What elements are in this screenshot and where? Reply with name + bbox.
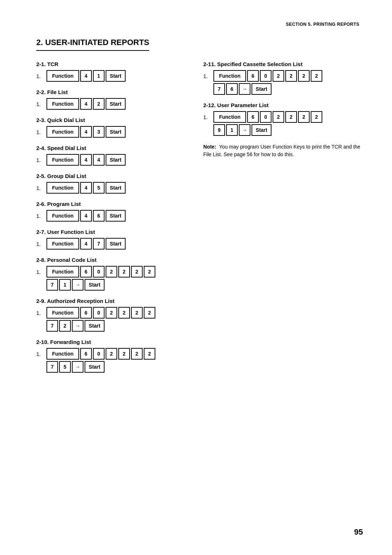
note-text: You may program User Function Keys to pr… xyxy=(203,144,360,157)
key-2b: 2 xyxy=(285,111,297,123)
step-num: 1. xyxy=(36,241,44,247)
step-num: 1. xyxy=(36,269,44,275)
key-7: 7 xyxy=(46,361,58,373)
start-key: Start xyxy=(85,279,105,291)
key-1: 1 xyxy=(59,279,71,291)
key-1: 1 xyxy=(93,70,105,82)
subsection-2-2: 2-2. File List 1. Function 4 2 Start xyxy=(36,89,189,110)
subsection-title-2-4: 2-4. Speed Dial List xyxy=(36,145,189,151)
step-row: 1. Function 4 5 Start xyxy=(36,182,189,194)
function-key: Function xyxy=(46,348,79,360)
key-2b: 2 xyxy=(285,70,297,82)
key-4: 4 xyxy=(80,210,92,222)
function-key: Function xyxy=(46,154,79,166)
function-key: Function xyxy=(213,70,246,82)
key-2b: 2 xyxy=(118,348,130,360)
subsection-title-2-3: 2-3. Quick Dial List xyxy=(36,117,189,123)
start-key: Start xyxy=(106,238,126,250)
step-num: 1. xyxy=(36,101,44,107)
function-key: Function xyxy=(46,182,79,194)
start-key: Start xyxy=(106,210,126,222)
key-5: 5 xyxy=(59,361,71,373)
section-header: SECTION 5. PRINTING REPORTS xyxy=(36,22,363,27)
function-key: Function xyxy=(46,70,79,82)
arrow-key: → xyxy=(72,361,83,373)
key-2: 2 xyxy=(59,320,71,332)
key-4: 4 xyxy=(80,182,92,194)
function-key: Function xyxy=(46,210,79,222)
key-2c: 2 xyxy=(131,348,143,360)
step-row: 1. Function 6 0 2 2 2 2 xyxy=(203,111,363,123)
start-key: Start xyxy=(106,98,126,110)
step-row: 1. Function 4 7 Start xyxy=(36,238,189,250)
subsection-2-6: 2-6. Program List 1. Function 4 6 Start xyxy=(36,201,189,222)
arrow-key: → xyxy=(72,279,83,291)
key-0: 0 xyxy=(260,111,271,123)
key-6: 6 xyxy=(80,266,92,278)
key-4: 4 xyxy=(80,98,92,110)
key-4: 4 xyxy=(80,154,92,166)
subsection-2-4: 2-4. Speed Dial List 1. Function 4 4 Sta… xyxy=(36,145,189,166)
subsection-title-2-5: 2-5. Group Dial List xyxy=(36,173,189,179)
key-2d: 2 xyxy=(144,266,155,278)
start-key: Start xyxy=(252,83,271,95)
key-2a: 2 xyxy=(106,307,117,319)
key-4b: 4 xyxy=(93,154,105,166)
function-key: Function xyxy=(213,111,246,123)
start-key: Start xyxy=(106,70,126,82)
key-2c: 2 xyxy=(131,307,143,319)
subsection-title-2-6: 2-6. Program List xyxy=(36,201,189,207)
start-key: Start xyxy=(106,154,126,166)
arrow-key: → xyxy=(239,124,250,136)
page-number: 95 xyxy=(354,527,363,537)
step-row: 1. Function 4 2 Start xyxy=(36,98,189,110)
subsection-title-2-11: 2-11. Specified Cassette Selection List xyxy=(203,61,363,67)
start-key: Start xyxy=(252,124,271,136)
start-key: Start xyxy=(106,182,126,194)
key-5: 5 xyxy=(93,182,105,194)
step-row: 1. Function 6 0 2 2 2 2 xyxy=(203,70,363,82)
step-row-line2: 7 2 → Start xyxy=(46,320,189,332)
key-6: 6 xyxy=(93,210,105,222)
subsection-2-8: 2-8. Personal Code List 1. Function 6 0 … xyxy=(36,257,189,291)
subsection-2-9: 2-9. Authorized Reception List 1. Functi… xyxy=(36,298,189,332)
left-column: 2-1. TCR 1. Function 4 1 Start 2-2. File… xyxy=(36,61,200,380)
subsection-title-2-7: 2-7. User Function List xyxy=(36,229,189,235)
subsection-2-11: 2-11. Specified Cassette Selection List … xyxy=(203,61,363,95)
key-2c: 2 xyxy=(298,70,310,82)
start-key: Start xyxy=(106,126,126,138)
subsection-2-12: 2-12. User Parameter List 1. Function 6 … xyxy=(203,102,363,136)
subsection-title-2-8: 2-8. Personal Code List xyxy=(36,257,189,263)
function-key: Function xyxy=(46,98,79,110)
key-2d: 2 xyxy=(144,307,155,319)
key-7: 7 xyxy=(46,279,58,291)
step-row: 1. Function 4 3 Start xyxy=(36,126,189,138)
step-row: 1. Function 6 0 2 2 2 2 xyxy=(36,266,189,278)
key-0: 0 xyxy=(260,70,271,82)
key-2b: 2 xyxy=(118,307,130,319)
main-title: 2. USER-INITIATED REPORTS xyxy=(36,38,149,51)
step-row: 1. Function 6 0 2 2 2 2 xyxy=(36,307,189,319)
step-num: 1. xyxy=(203,114,211,120)
right-column: 2-11. Specified Cassette Selection List … xyxy=(200,61,363,380)
key-2: 2 xyxy=(93,98,105,110)
arrow-key: → xyxy=(239,83,250,95)
key-0: 0 xyxy=(93,348,105,360)
step-row: 1. Function 4 4 Start xyxy=(36,154,189,166)
step-num: 1. xyxy=(36,73,44,79)
key-6: 6 xyxy=(247,111,259,123)
section-header-text: SECTION 5. PRINTING REPORTS xyxy=(286,22,359,27)
function-key: Function xyxy=(46,238,79,250)
key-6: 6 xyxy=(80,307,92,319)
step-row: 1. Function 6 0 2 2 2 2 xyxy=(36,348,189,360)
step-row-line2: 7 6 → Start xyxy=(213,83,363,95)
key-7: 7 xyxy=(93,238,105,250)
step-num: 1. xyxy=(36,185,44,191)
start-key: Start xyxy=(85,361,105,373)
step-num: 1. xyxy=(36,157,44,163)
step-row-line2: 7 5 → Start xyxy=(46,361,189,373)
key-4: 4 xyxy=(80,70,92,82)
key-3: 3 xyxy=(93,126,105,138)
key-4: 4 xyxy=(80,238,92,250)
arrow-key: → xyxy=(72,320,83,332)
